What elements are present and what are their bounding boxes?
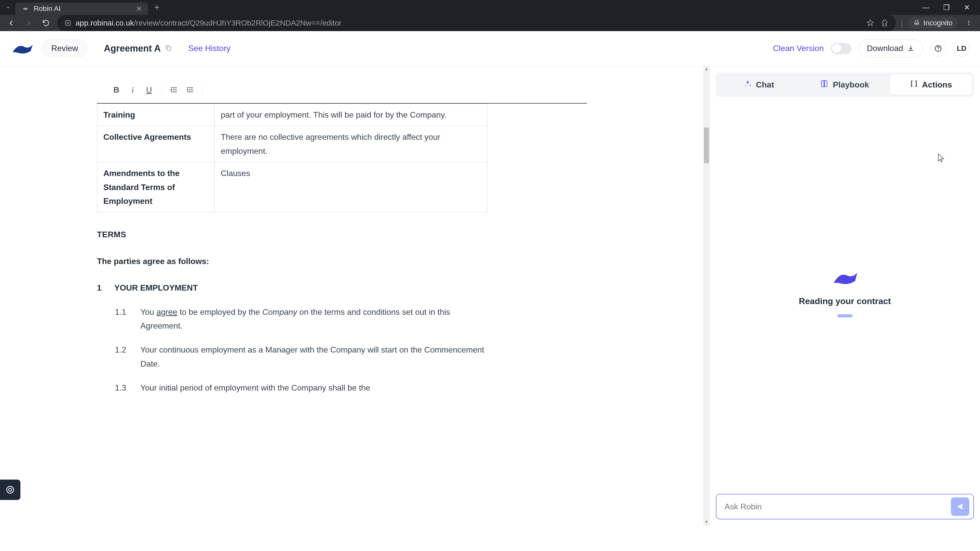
section-title: YOUR EMPLOYMENT <box>115 281 198 295</box>
table-cell-value[interactable]: part of your employment. This will be pa… <box>215 104 487 126</box>
svg-point-8 <box>9 488 12 491</box>
status-text: Reading your contract <box>799 296 891 306</box>
tab-chat[interactable]: Chat <box>718 75 800 95</box>
maximize-icon[interactable]: ❐ <box>941 3 951 12</box>
tab-search-dropdown[interactable] <box>3 2 13 13</box>
svg-rect-0 <box>65 21 70 25</box>
review-button[interactable]: Review <box>42 39 88 57</box>
panel-tabs: Chat Playbook Actions <box>716 73 974 97</box>
separator <box>202 85 203 95</box>
arrow-right-icon <box>24 18 33 27</box>
chat-input-container <box>716 494 974 519</box>
tab-favicon-icon <box>21 5 30 13</box>
incognito-icon <box>913 19 920 27</box>
outdent-icon <box>170 86 178 94</box>
outdent-button[interactable] <box>167 83 181 97</box>
clause[interactable]: 1.3 Your initial period of employment wi… <box>115 381 612 395</box>
arrow-left-icon <box>6 18 16 27</box>
scroll-down-icon[interactable]: ▾ <box>704 519 709 526</box>
doc-title: Agreement A <box>104 43 161 54</box>
side-panel: Chat Playbook Actions Reading your contr… <box>710 66 980 526</box>
clause[interactable]: 1.2 Your continuous employment as a Mana… <box>115 343 612 371</box>
separator: | <box>901 18 903 28</box>
see-history-link[interactable]: See History <box>188 44 231 53</box>
site-info-icon[interactable] <box>64 19 72 27</box>
document-body[interactable]: Training part of your employment. This w… <box>0 103 710 420</box>
table-row: Amendments to the Standard Terms of Empl… <box>97 162 487 212</box>
clause-number: 1.2 <box>115 343 130 371</box>
send-icon <box>956 503 964 511</box>
bookmark-icon[interactable] <box>866 19 874 27</box>
kebab-menu-icon <box>966 20 972 26</box>
table-cell-value[interactable]: Clauses <box>215 162 487 212</box>
table-cell-label[interactable]: Training <box>97 104 215 126</box>
section-heading[interactable]: 1 YOUR EMPLOYMENT <box>97 281 612 295</box>
help-icon <box>935 45 942 52</box>
new-tab-button[interactable]: + <box>154 2 159 13</box>
format-toolbar: B i U <box>97 76 587 103</box>
svg-point-2 <box>968 22 969 24</box>
tab-title: Robin AI <box>34 5 61 13</box>
help-bubble[interactable] <box>0 480 21 500</box>
brackets-icon <box>910 79 918 90</box>
incognito-badge[interactable]: Incognito <box>908 17 958 29</box>
reload-icon <box>42 19 50 27</box>
main-layout: B i U Training part of your employment. … <box>0 66 980 526</box>
user-avatar[interactable]: LD <box>953 40 970 57</box>
help-button[interactable] <box>930 40 946 57</box>
svg-point-3 <box>968 24 969 25</box>
svg-point-7 <box>7 486 14 493</box>
chat-input[interactable] <box>721 498 947 516</box>
bold-button[interactable]: B <box>109 83 124 97</box>
svg-rect-4 <box>167 47 171 50</box>
scroll-up-icon[interactable]: ▴ <box>704 66 709 73</box>
tab-close-icon[interactable]: ✕ <box>136 5 142 13</box>
scroll-thumb[interactable] <box>704 127 709 163</box>
extensions-icon[interactable] <box>880 19 889 27</box>
forward-button[interactable] <box>22 17 35 29</box>
underline-button[interactable]: U <box>142 83 156 97</box>
panel-body: Reading your contract <box>716 97 974 488</box>
download-icon <box>907 45 915 52</box>
indent-icon <box>186 86 194 94</box>
loading-indicator <box>837 314 853 318</box>
indent-button[interactable] <box>183 83 197 97</box>
table-cell-label[interactable]: Collective Agreements <box>97 126 215 162</box>
clean-version-toggle[interactable] <box>831 43 851 54</box>
book-icon <box>821 79 829 90</box>
download-button[interactable]: Download <box>859 39 923 57</box>
editor-area: B i U Training part of your employment. … <box>0 66 710 526</box>
back-button[interactable] <box>5 17 18 29</box>
clean-version-link[interactable]: Clean Version <box>773 44 824 53</box>
tab-actions[interactable]: Actions <box>890 75 972 95</box>
bird-logo-icon <box>830 268 860 288</box>
browser-menu[interactable] <box>963 17 975 29</box>
terms-heading[interactable]: TERMS <box>97 227 612 241</box>
svg-point-6 <box>938 50 939 50</box>
send-button[interactable] <box>951 497 969 516</box>
tab-playbook[interactable]: Playbook <box>804 75 886 95</box>
minimize-icon[interactable]: — <box>921 3 931 12</box>
browser-tab[interactable]: Robin AI ✕ <box>15 3 148 15</box>
clause-text: You agree to be employed by the Company … <box>140 305 487 333</box>
clause-text: Your continuous employment as a Manager … <box>140 343 487 371</box>
close-window-icon[interactable]: ✕ <box>962 3 972 12</box>
table-cell-value[interactable]: There are no collective agreements which… <box>215 126 487 162</box>
browser-chrome: Robin AI ✕ + — ❐ ✕ app.robinai.co.uk/rev… <box>0 0 980 30</box>
copy-icon[interactable] <box>165 43 172 54</box>
separator <box>161 85 162 95</box>
app-header: Review Agreement A See History Clean Ver… <box>0 30 980 66</box>
robin-logo[interactable] <box>10 41 36 56</box>
clause[interactable]: 1.1 You agree to be employed by the Comp… <box>115 305 612 333</box>
italic-button[interactable]: i <box>126 83 140 97</box>
doc-title-wrap: Agreement A <box>104 43 172 54</box>
scrollbar[interactable]: ▴ ▾ <box>703 66 710 526</box>
url-bar[interactable]: app.robinai.co.uk/review/contract/Q29udH… <box>57 15 896 31</box>
url-text: app.robinai.co.uk/review/contract/Q29udH… <box>76 19 342 27</box>
chevron-down-icon <box>5 4 11 11</box>
table-row: Training part of your employment. This w… <box>97 104 487 126</box>
reload-button[interactable] <box>40 17 52 29</box>
intro-text[interactable]: The parties agree as follows: <box>97 254 612 268</box>
clause-number: 1.3 <box>115 381 130 395</box>
table-cell-label[interactable]: Amendments to the Standard Terms of Empl… <box>97 162 215 212</box>
